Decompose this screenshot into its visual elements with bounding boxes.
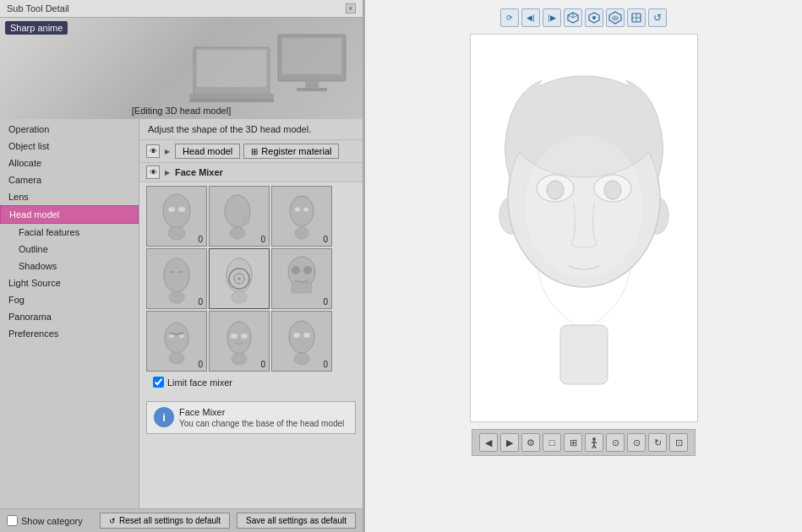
svg-point-32 [169, 352, 184, 364]
main-content: Operation Object list Allocate Camera Le… [0, 119, 363, 508]
sidebar-item-camera[interactable]: Camera [0, 171, 139, 188]
head-model-svg [474, 38, 694, 418]
info-icon: i [154, 407, 174, 427]
svg-point-42 [294, 353, 309, 365]
face-cell-1-0[interactable]: 0 [146, 248, 207, 309]
limit-face-mixer-label: Limit face mixer [167, 377, 232, 388]
body-icon [588, 437, 600, 448]
save-defaults-button[interactable]: Save all settings as default [237, 513, 356, 529]
info-box: i Face Mixer You can change the base of … [146, 401, 356, 434]
face-cell-2-2[interactable]: 0 [271, 311, 332, 372]
svg-line-47 [568, 15, 573, 18]
content-description: Adjust the shape of the 3D head model. [139, 119, 363, 140]
tool-label: Sharp anime [5, 21, 68, 35]
preview-area: Sharp anime [Editing 3D head model] [0, 18, 363, 119]
view-btn-3d-4[interactable] [627, 8, 646, 27]
face-cell-0-1[interactable]: 0 [209, 186, 270, 247]
sidebar-item-preferences[interactable]: Preferences [0, 325, 139, 342]
bottom-btn-body[interactable] [585, 433, 603, 452]
cube-icon-4 [630, 11, 643, 24]
svg-rect-56 [560, 325, 608, 384]
register-material-button[interactable]: ⊞ Register material [243, 144, 339, 159]
limit-face-mixer-checkbox[interactable] [153, 377, 164, 388]
face-mixer-section-header: 👁 ▶ Face Mixer [139, 163, 363, 182]
bottom-btn-prev[interactable]: ◀ [479, 433, 498, 452]
svg-rect-1 [282, 38, 341, 74]
sidebar-item-allocate[interactable]: Allocate [0, 155, 139, 171]
face-cell-0-0[interactable]: 0 [146, 186, 207, 247]
sidebar-nav: Operation Object list Allocate Camera Le… [0, 119, 139, 508]
show-category-checkbox[interactable] [7, 515, 18, 526]
bottom-btn-gear[interactable]: ⚙ [521, 433, 540, 452]
face-mixer-expand[interactable]: ▶ [163, 168, 172, 176]
sidebar-item-panorama[interactable]: Panorama [0, 308, 139, 325]
view-btn-step-back[interactable]: ◀| [521, 8, 540, 27]
view-btn-prev-frame[interactable]: ⟳ [500, 8, 519, 27]
view-btn-3d-3[interactable] [606, 8, 625, 27]
expand-arrow[interactable]: ▶ [163, 147, 172, 155]
bottom-btn-grid[interactable]: ⊞ [564, 433, 582, 452]
face-thumb-0-0 [151, 191, 202, 242]
face-cell-2-0[interactable]: 0 [146, 311, 207, 372]
view-btn-3d-1[interactable] [564, 8, 582, 27]
view-btn-rotate[interactable]: ↺ [648, 8, 667, 27]
svg-point-10 [168, 207, 175, 212]
face-mixer-visibility[interactable]: 👁 [146, 166, 160, 179]
face-cell-1-1[interactable] [209, 248, 270, 309]
svg-point-8 [163, 194, 190, 228]
bottom-btn-refresh[interactable]: ↻ [648, 433, 667, 452]
sidebar-item-head-model[interactable]: Head model [0, 205, 139, 224]
bottom-btn-next[interactable]: ▶ [500, 433, 519, 452]
svg-point-23 [232, 291, 247, 303]
svg-point-37 [227, 322, 251, 354]
sidebar-item-operation[interactable]: Operation [0, 121, 139, 138]
sidebar-item-facial-features[interactable]: Facial features [0, 224, 139, 241]
face-cell-1-2[interactable]: 0 [271, 248, 332, 309]
bottom-btn-clock[interactable]: ⊙ [606, 433, 625, 452]
face-cell-value-0-2: 0 [323, 235, 328, 244]
bottom-btn-rotate-view[interactable]: ⊙ [627, 433, 646, 452]
sidebar-item-shadows[interactable]: Shadows [0, 258, 139, 274]
cube-icon-1 [566, 11, 580, 24]
svg-point-29 [303, 266, 312, 274]
svg-rect-2 [305, 81, 319, 88]
svg-point-38 [232, 353, 247, 365]
preview-editing-label: [Editing 3D head model] [132, 106, 231, 116]
limit-face-mixer-row: Limit face mixer [146, 372, 356, 393]
bottom-bar: Show category ↺ Reset all settings to de… [0, 508, 363, 532]
cube-icon-3 [608, 11, 622, 24]
face-cell-value-1-2: 0 [323, 297, 328, 307]
show-category-label: Show category [21, 516, 83, 526]
sidebar-item-lens[interactable]: Lens [0, 188, 139, 205]
bottom-btn-save-view[interactable]: ⊡ [669, 433, 688, 452]
preview-illustration [185, 26, 354, 102]
sidebar-item-light-source[interactable]: Light Source [0, 274, 139, 291]
model-canvas [470, 34, 698, 422]
face-mixer-grid-container: 0 0 [139, 182, 363, 396]
sidebar-item-object-list[interactable]: Object list [0, 138, 139, 155]
svg-rect-7 [189, 99, 274, 102]
bottom-btn-frame[interactable]: □ [543, 433, 561, 452]
svg-point-66 [592, 437, 596, 441]
view-toolbar: ⟳ ◀| |▶ [500, 8, 667, 27]
svg-point-9 [168, 226, 185, 240]
head-model-toolbar: 👁 ▶ Head model ⊞ Register material [139, 140, 363, 163]
sidebar-item-outline[interactable]: Outline [0, 241, 139, 258]
view-btn-3d-2[interactable] [585, 8, 603, 27]
face-mixer-title: Face Mixer [175, 167, 223, 177]
reset-defaults-button[interactable]: ↺ Reset all settings to default [100, 513, 230, 529]
head-model-button[interactable]: Head model [175, 144, 240, 159]
sidebar-item-fog[interactable]: Fog [0, 291, 139, 308]
face-cell-0-2[interactable]: 0 [271, 186, 332, 247]
svg-rect-6 [189, 94, 274, 99]
window-title: Sub Tool Detail [7, 3, 69, 14]
close-button[interactable]: × [346, 3, 356, 14]
svg-point-36 [179, 334, 184, 338]
svg-point-15 [295, 227, 308, 239]
face-cell-2-1[interactable]: 0 [209, 311, 270, 372]
visibility-toggle[interactable]: 👁 [146, 144, 160, 158]
svg-point-44 [303, 333, 310, 338]
left-panel: Sub Tool Detail × Sharp anime [Editing 3… [0, 0, 363, 532]
view-btn-step-fwd[interactable]: |▶ [543, 8, 561, 27]
right-panel: ⟳ ◀| |▶ [363, 0, 802, 532]
